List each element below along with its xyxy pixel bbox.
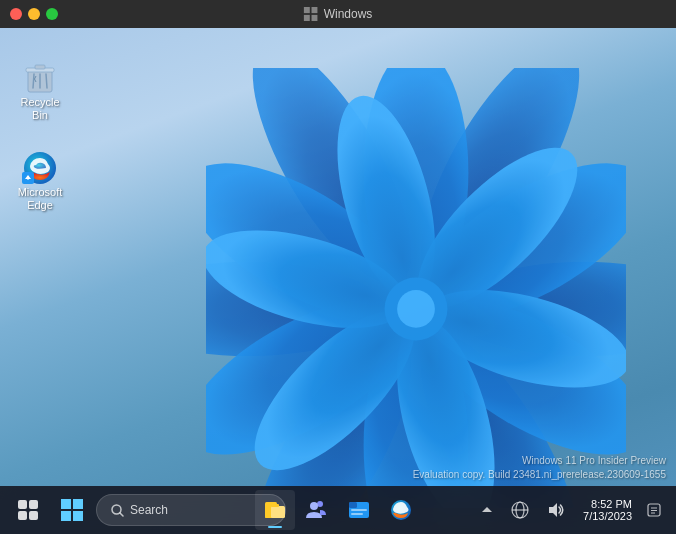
window-title: Windows	[324, 7, 373, 21]
svg-rect-46	[271, 506, 285, 518]
svg-rect-2	[304, 15, 310, 21]
windows-bloom-wallpaper	[206, 68, 626, 508]
recycle-bin-icon	[22, 60, 58, 96]
language-icon	[510, 500, 530, 520]
svg-rect-0	[304, 7, 310, 13]
svg-rect-35	[29, 500, 38, 509]
mac-minimize-button[interactable]	[28, 8, 40, 20]
clock-widget[interactable]: 8:52 PM 7/13/2023	[576, 496, 636, 524]
tray-overflow-button[interactable]	[474, 503, 500, 517]
svg-line-43	[120, 513, 123, 516]
system-tray: 8:52 PM 7/13/2023	[474, 490, 668, 530]
svg-rect-39	[73, 499, 83, 509]
svg-rect-1	[312, 7, 318, 13]
taskbar-edge-icon	[389, 498, 413, 522]
evaluation-text: Windows 11 Pro Insider Preview Evaluatio…	[413, 454, 666, 482]
svg-rect-34	[18, 500, 27, 509]
start-icon	[60, 498, 84, 522]
windows-title-icon	[304, 7, 318, 21]
taskbar: Search	[0, 486, 676, 534]
svg-rect-51	[349, 502, 357, 508]
svg-point-49	[310, 502, 318, 510]
svg-rect-26	[35, 65, 45, 69]
svg-rect-47	[271, 504, 279, 507]
mac-close-button[interactable]	[10, 8, 22, 20]
windows-desktop: Recycle Bin Microsoft Edge	[0, 28, 676, 534]
mac-title-area: Windows	[304, 7, 373, 21]
tray-overflow-icon	[480, 503, 494, 517]
svg-marker-59	[549, 503, 557, 517]
taskbar-files-button[interactable]	[339, 490, 379, 530]
start-button[interactable]	[52, 490, 92, 530]
svg-rect-40	[61, 511, 71, 521]
taskbar-edge-button[interactable]	[381, 490, 421, 530]
svg-line-29	[46, 74, 47, 88]
mac-titlebar: Windows	[0, 0, 676, 28]
svg-rect-37	[29, 511, 38, 520]
taskbar-explorer-button[interactable]	[255, 490, 295, 530]
svg-marker-55	[482, 507, 492, 512]
eval-line2: Evaluation copy. Build 23481.ni_prerelea…	[413, 468, 666, 482]
svg-point-23	[397, 290, 435, 328]
desktop-icon-recycle-bin[interactable]: Recycle Bin	[10, 56, 70, 126]
volume-icon	[547, 501, 565, 519]
mac-window-controls	[10, 8, 58, 20]
mac-maximize-button[interactable]	[46, 8, 58, 20]
search-icon	[111, 504, 124, 517]
search-label: Search	[130, 503, 168, 517]
svg-rect-53	[351, 513, 363, 515]
taskbar-teams-button[interactable]	[297, 490, 337, 530]
microsoft-edge-label: Microsoft Edge	[14, 186, 66, 212]
edge-app-icon	[22, 150, 58, 186]
svg-rect-41	[73, 511, 83, 521]
recycle-bin-label: Recycle Bin	[14, 96, 66, 122]
files-icon	[347, 498, 371, 522]
svg-rect-52	[351, 509, 367, 511]
widgets-icon	[17, 499, 39, 521]
svg-rect-33	[28, 176, 29, 180]
clock-time: 8:52 PM	[591, 498, 632, 510]
svg-rect-38	[61, 499, 71, 509]
notification-button[interactable]	[640, 490, 668, 530]
volume-button[interactable]	[540, 490, 572, 530]
desktop-icon-microsoft-edge[interactable]: Microsoft Edge	[10, 146, 70, 216]
eval-line1: Windows 11 Pro Insider Preview	[413, 454, 666, 468]
svg-rect-36	[18, 511, 27, 520]
svg-line-27	[33, 74, 34, 88]
notification-icon	[647, 503, 661, 517]
explorer-icon	[263, 498, 287, 522]
clock-date: 7/13/2023	[583, 510, 632, 522]
language-button[interactable]	[504, 490, 536, 530]
svg-rect-3	[312, 15, 318, 21]
teams-icon	[305, 498, 329, 522]
widgets-button[interactable]	[8, 490, 48, 530]
